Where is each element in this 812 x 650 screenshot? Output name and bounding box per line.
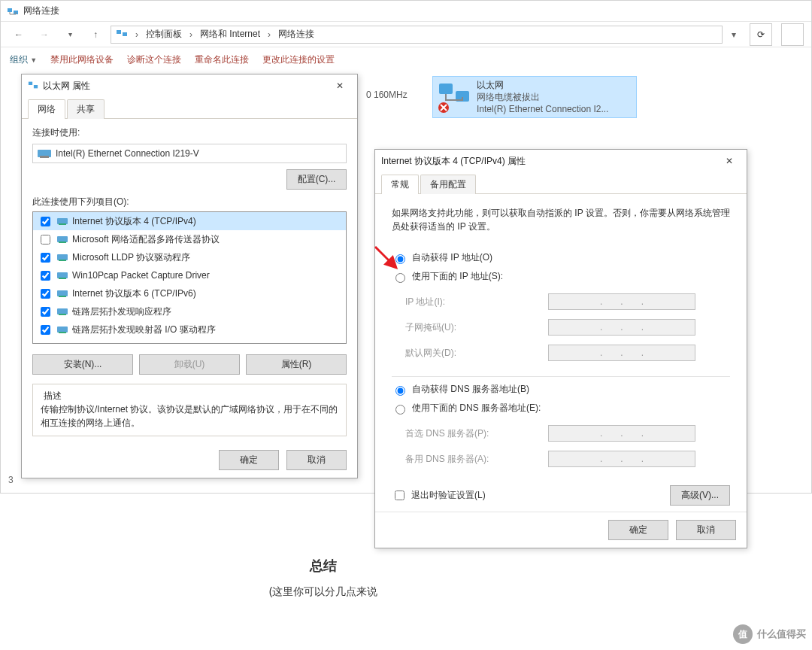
subnet-field: ... [548,319,695,336]
checkbox-label: 退出时验证设置(L) [411,489,486,502]
adapter-tile-ethernet[interactable]: 以太网 网络电缆被拔出 Intel(R) Ethernet Connection… [432,76,637,118]
protocol-icon [57,217,68,226]
refresh-button[interactable]: ⟳ [750,23,772,46]
protocol-item[interactable]: Microsoft 网络适配器多路传送器协议 [33,230,346,248]
disable-device-link[interactable]: 禁用此网络设备 [50,53,114,66]
tab-strip: 网络 共享 [22,99,357,119]
tab-network[interactable]: 网络 [28,99,65,119]
radio-label: 使用下面的 IP 地址(S): [412,270,503,283]
ok-button[interactable]: 确定 [219,450,279,470]
gateway-field: ... [548,345,695,361]
protocol-checkbox[interactable] [41,289,50,299]
article-heading: 总结 [135,557,511,575]
radio-auto-ip[interactable]: 自动获得 IP 地址(O) [392,251,730,264]
svg-rect-4 [439,84,453,94]
tab-share[interactable]: 共享 [67,99,105,119]
search-box[interactable] [781,23,804,46]
radio-input[interactable] [395,386,405,396]
protocol-icon [57,289,68,298]
svg-rect-12 [59,223,66,225]
radio-input[interactable] [395,273,405,283]
svg-rect-7 [29,81,32,84]
svg-rect-22 [59,314,66,315]
command-bar: 组织 ▼ 禁用此网络设备 诊断这个连接 重命名此连接 更改此连接的设置 [1,47,811,71]
dialog-title: 以太网 属性 [43,80,90,93]
validate-checkbox[interactable]: 退出时验证设置(L) [392,488,486,503]
adapter-name-text: Intel(R) Ethernet Connection I219-V [56,148,199,159]
protocol-checkbox[interactable] [41,253,50,263]
network-connections-icon [116,27,128,41]
protocol-label: Win10Pcap Packet Capture Driver [72,270,210,281]
properties-button[interactable]: 属性(R) [246,354,347,375]
protocol-item[interactable]: Internet 协议版本 6 (TCP/IPv6) [33,284,346,302]
dialog-titlebar[interactable]: 以太网 属性 ✕ [22,74,357,97]
intro-text: 如果网络支持此功能，则可以获取自动指派的 IP 设置。否则，你需要从网络系统管理… [392,206,730,233]
protocol-item[interactable]: Internet 协议版本 4 (TCP/IPv4) [33,212,346,230]
protocol-checkbox[interactable] [41,235,50,245]
breadcrumb[interactable]: 控制面板 网络和 Internet 网络连接 [111,26,723,44]
protocol-item[interactable]: Microsoft LLDP 协议驱动程序 [33,248,346,266]
protocol-checkbox[interactable] [41,217,50,226]
forward-button[interactable]: → [34,26,55,44]
explorer-titlebar: 网络连接 [1,1,811,22]
protocol-icon [57,253,68,262]
cancel-button[interactable]: 取消 [676,520,736,540]
svg-rect-16 [59,260,66,261]
rename-link[interactable]: 重命名此连接 [195,53,249,66]
adapter-name: 以太网 [477,79,608,91]
article-body: (这里你可以分几点来说 [135,585,511,599]
gateway-label: 默认网关(D): [405,347,548,360]
protocol-label: Internet 协议版本 6 (TCP/IPv6) [72,287,196,300]
protocol-icon [57,307,68,316]
breadcrumb-item[interactable]: 网络连接 [278,28,314,41]
breadcrumb-item[interactable]: 网络和 Internet [200,28,260,41]
radio-manual-dns[interactable]: 使用下面的 DNS 服务器地址(E): [392,402,730,415]
adapter-icon [436,79,472,115]
close-button[interactable]: ✕ [329,77,351,94]
network-icon [28,80,38,93]
description-group: 描述 传输控制协议/Internet 协议。该协议是默认的广域网络协议，用于在不… [32,384,347,436]
tab-general[interactable]: 常规 [381,175,419,194]
radio-label: 自动获得 DNS 服务器地址(B) [412,383,529,396]
uninstall-button: 卸载(U) [139,354,240,375]
protocol-checkbox[interactable] [41,325,50,335]
ok-button[interactable]: 确定 [608,520,668,540]
svg-rect-20 [59,296,66,297]
change-settings-link[interactable]: 更改此连接的设置 [262,53,335,66]
svg-rect-0 [8,8,12,12]
breadcrumb-item[interactable]: 控制面板 [146,28,182,41]
protocol-icon [57,325,68,334]
radio-input[interactable] [395,405,405,415]
up-button[interactable]: ↑ [85,26,106,44]
protocol-item[interactable]: 链路层拓扑发现映射器 I/O 驱动程序 [33,320,346,339]
svg-rect-24 [59,332,66,333]
configure-button[interactable]: 配置(C)... [286,169,347,190]
radio-auto-dns[interactable]: 自动获得 DNS 服务器地址(B) [392,383,730,396]
protocol-item[interactable]: Win10Pcap Packet Capture Driver [33,266,346,284]
svg-rect-21 [57,308,68,314]
back-button[interactable]: ← [8,26,29,44]
install-button[interactable]: 安装(N)... [32,354,133,375]
dialog-titlebar[interactable]: Internet 协议版本 4 (TCP/IPv4) 属性 ✕ [375,150,747,172]
nic-icon [38,148,51,159]
description-text: 传输控制协议/Internet 协议。该协议是默认的广域网络协议，用于在不同的相… [41,402,338,430]
history-dropdown[interactable]: ▾ [59,26,80,44]
close-button[interactable]: ✕ [718,153,741,169]
protocol-checkbox[interactable] [41,271,50,281]
svg-rect-15 [57,254,68,260]
diagnose-link[interactable]: 诊断这个连接 [127,53,181,66]
tab-alternate[interactable]: 备用配置 [420,175,476,194]
radio-manual-ip[interactable]: 使用下面的 IP 地址(S): [392,270,730,283]
protocol-item[interactable]: 链路层拓扑发现响应程序 [33,302,346,320]
svg-rect-10 [40,156,49,158]
checkbox-input[interactable] [395,491,404,500]
svg-rect-17 [57,272,68,278]
protocol-checkbox[interactable] [41,307,50,317]
svg-rect-19 [57,290,68,296]
protocol-label: Internet 协议版本 4 (TCP/IPv4) [72,215,196,228]
cancel-button[interactable]: 取消 [286,450,347,470]
advanced-button[interactable]: 高级(V)... [670,485,730,506]
protocol-list[interactable]: Internet 协议版本 4 (TCP/IPv4)Microsoft 网络适配… [32,211,347,344]
organize-menu[interactable]: 组织 [10,54,28,65]
breadcrumb-dropdown[interactable]: ▾ [727,29,741,40]
